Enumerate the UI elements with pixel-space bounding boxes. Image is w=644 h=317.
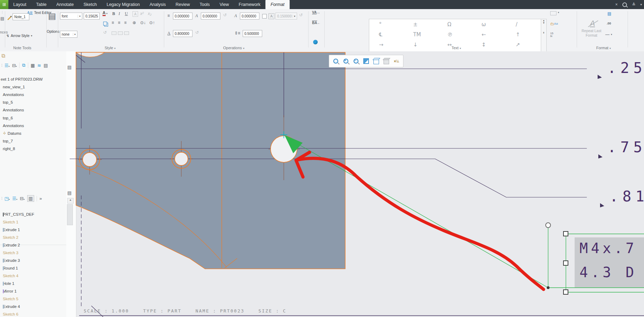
zoom-in-icon[interactable]: +	[342, 57, 350, 65]
resize-handle-top[interactable]	[563, 231, 568, 236]
note-text-line2[interactable]: 4.3 D	[579, 264, 637, 280]
dim-arrowheads	[598, 75, 604, 207]
drawing-svg	[0, 0, 644, 317]
dim-750-text[interactable]: .750	[607, 139, 644, 156]
resize-handle-middle[interactable]	[563, 261, 568, 265]
datum-display-icon[interactable]: x/⊥	[392, 57, 401, 65]
zoom-out-icon[interactable]: −	[352, 57, 360, 65]
part-view[interactable]	[76, 52, 345, 269]
display-style-icon[interactable]	[372, 57, 380, 65]
leader-elbow-dot[interactable]	[547, 286, 550, 289]
note-text-line1[interactable]: M4x.7	[579, 240, 637, 256]
sheet-status-text: SCALE : 1.000 TYPE : PART NAME : PRT0023…	[84, 308, 287, 314]
resize-handle-bottom[interactable]	[563, 290, 568, 294]
leader-handle-circle[interactable]	[546, 223, 551, 228]
application-window: ⊞ Layout Table Annotate Sketch Legacy Mi…	[0, 0, 644, 317]
dim-250-text[interactable]: .250	[607, 59, 644, 76]
zoom-box-icon[interactable]	[332, 57, 340, 65]
in-graphics-toolbar: + − x/⊥	[329, 55, 403, 67]
repaint-icon[interactable]	[362, 57, 370, 65]
dim-813-text[interactable]: .813	[609, 188, 644, 205]
shaded-view-icon[interactable]	[382, 57, 391, 65]
